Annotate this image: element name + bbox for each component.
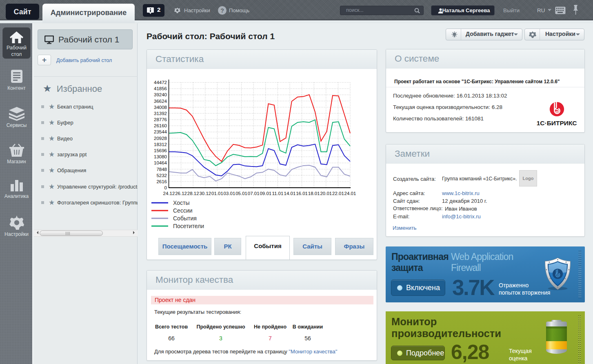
svg-text:30.12: 30.12 bbox=[199, 191, 211, 196]
svg-text:14.01: 14.01 bbox=[284, 191, 296, 196]
svg-text:44472: 44472 bbox=[154, 80, 167, 85]
svg-text:34008: 34008 bbox=[154, 105, 167, 110]
svg-text:10464: 10464 bbox=[154, 160, 167, 165]
svg-text:26160: 26160 bbox=[154, 123, 167, 128]
svg-text:26.12: 26.12 bbox=[175, 191, 187, 196]
svg-text:31392: 31392 bbox=[154, 111, 167, 116]
svg-text:5232: 5232 bbox=[156, 173, 167, 178]
svg-text:0: 0 bbox=[164, 185, 167, 190]
svg-text:Сессии: Сессии bbox=[173, 207, 193, 214]
svg-text:18.01: 18.01 bbox=[308, 191, 320, 196]
svg-text:20928: 20928 bbox=[154, 136, 167, 141]
svg-text:11.01: 11.01 bbox=[272, 191, 283, 196]
svg-text:07.01: 07.01 bbox=[248, 191, 260, 196]
svg-text:24.01: 24.01 bbox=[344, 191, 356, 196]
svg-text:15696: 15696 bbox=[154, 148, 167, 153]
svg-text:2616: 2616 bbox=[156, 179, 167, 184]
svg-text:22.01: 22.01 bbox=[332, 191, 344, 196]
svg-text:16.01: 16.01 bbox=[296, 191, 308, 196]
svg-text:28776: 28776 bbox=[154, 117, 167, 122]
svg-text:18312: 18312 bbox=[154, 142, 167, 147]
svg-text:41856: 41856 bbox=[154, 86, 167, 91]
svg-text:28.12: 28.12 bbox=[187, 191, 199, 196]
svg-text:03.01: 03.01 bbox=[224, 191, 235, 196]
svg-text:36624: 36624 bbox=[154, 99, 167, 104]
svg-text:39240: 39240 bbox=[154, 92, 167, 97]
svg-text:13080: 13080 bbox=[154, 154, 167, 159]
svg-text:01.01: 01.01 bbox=[211, 191, 223, 196]
svg-text:05.01: 05.01 bbox=[235, 191, 247, 196]
svg-text:Хосты: Хосты bbox=[173, 200, 189, 206]
svg-text:09.01: 09.01 bbox=[260, 191, 271, 196]
svg-text:Посетители: Посетители bbox=[173, 223, 204, 229]
svg-text:23544: 23544 bbox=[154, 129, 167, 134]
svg-text:7848: 7848 bbox=[156, 167, 167, 172]
svg-text:24.12: 24.12 bbox=[163, 191, 175, 196]
svg-text:20.01: 20.01 bbox=[320, 191, 332, 196]
svg-text:События: События bbox=[173, 215, 197, 222]
svg-text:?: ? bbox=[220, 7, 224, 13]
